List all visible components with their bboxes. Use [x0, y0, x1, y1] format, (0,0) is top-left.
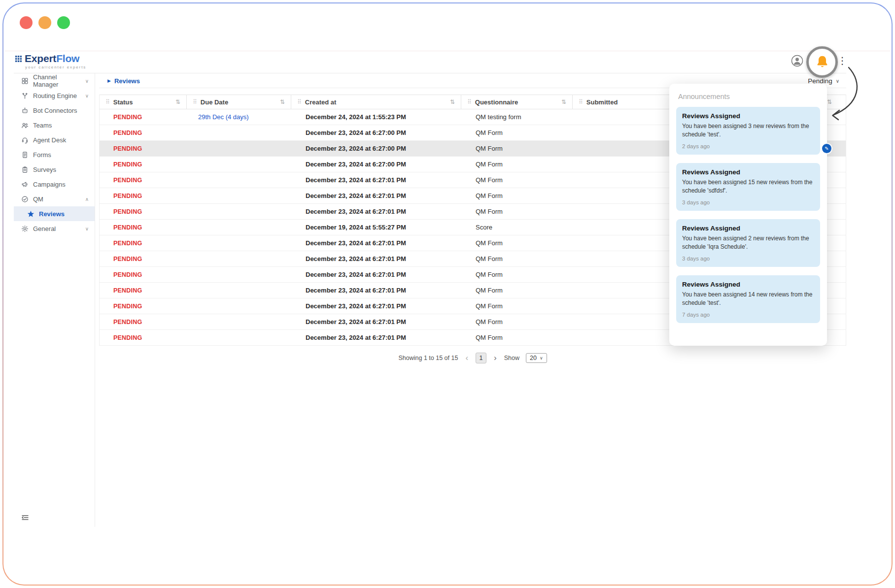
submitted-cell [572, 330, 681, 345]
column-header-submitted[interactable]: ⠿ Submitted ⇅ [572, 95, 681, 109]
sidebar-item-qm[interactable]: QM ∧ [14, 192, 95, 206]
show-label: Show [504, 355, 519, 361]
submitted-cell [572, 141, 681, 156]
document-icon [21, 151, 29, 159]
drag-handle-icon[interactable]: ⠿ [193, 98, 197, 105]
sort-icon[interactable]: ⇅ [175, 98, 180, 105]
prev-page-button[interactable]: ‹ [464, 353, 469, 363]
minimize-button[interactable] [38, 16, 51, 29]
due-date-link[interactable] [186, 267, 291, 282]
status-cell: PENDING [100, 251, 186, 266]
announcement-card[interactable]: Reviews Assigned You have been assigned … [676, 219, 820, 267]
created-at-cell: December 24, 2024 at 1:55:23 PM [291, 109, 461, 125]
sidebar: Channel Manager ∨ Routing Engine ∨ Bot C… [14, 73, 95, 527]
due-date-link[interactable] [186, 314, 291, 329]
announcements-title: Announcements [678, 93, 820, 100]
sidebar-item-routing-engine[interactable]: Routing Engine ∨ [14, 88, 95, 103]
sidebar-item-campaigns[interactable]: Campaigns [14, 177, 95, 192]
due-date-link[interactable] [186, 125, 291, 140]
created-at-cell: December 23, 2024 at 6:27:00 PM [291, 125, 461, 140]
app-logo: ExpertFlow your callcenter experts [15, 53, 86, 69]
column-header-status[interactable]: ⠿ Status ⇅ [100, 95, 186, 109]
column-header-questionnaire[interactable]: ⠿ Questionnaire ⇅ [461, 95, 572, 109]
drag-handle-icon[interactable]: ⠿ [297, 98, 302, 105]
due-date-link[interactable] [186, 204, 291, 219]
sidebar-item-reviews[interactable]: Reviews [14, 206, 95, 221]
status-cell: PENDING [100, 141, 186, 156]
questionnaire-cell: QM Form [461, 283, 572, 298]
breadcrumb[interactable]: ▶ Reviews [107, 77, 140, 85]
announcement-card[interactable]: Reviews Assigned You have been assigned … [676, 107, 820, 155]
star-icon [27, 210, 34, 218]
chevron-down-icon: ∨ [85, 93, 89, 98]
header-divider [14, 73, 846, 73]
column-header-created-at[interactable]: ⠿ Created at ⇅ [291, 95, 461, 109]
status-cell: PENDING [100, 298, 186, 314]
due-date-link[interactable]: 29th Dec (4 days) [186, 109, 291, 125]
drag-handle-icon[interactable]: ⠿ [105, 98, 110, 105]
status-cell: PENDING [100, 314, 186, 329]
questionnaire-cell: QM Form [461, 157, 572, 172]
gear-icon [21, 225, 29, 232]
sort-icon[interactable]: ⇅ [450, 98, 455, 105]
brand-wordmark: ExpertFlow [25, 53, 79, 65]
announcement-timestamp: 2 days ago [682, 143, 814, 149]
created-at-cell: December 23, 2024 at 6:27:00 PM [291, 141, 461, 156]
collapse-sidebar-icon[interactable] [21, 513, 30, 524]
row-action-badge[interactable]: ✎ [822, 144, 831, 153]
chevron-up-icon: ∧ [85, 196, 89, 202]
zoom-button[interactable] [57, 16, 70, 29]
due-date-link[interactable] [186, 188, 291, 203]
next-page-button[interactable]: › [493, 353, 498, 363]
due-date-link[interactable] [186, 330, 291, 345]
kebab-menu-button[interactable]: ⋮ [837, 55, 847, 66]
due-date-link[interactable] [186, 235, 291, 251]
sidebar-item-forms[interactable]: Forms [14, 147, 95, 162]
submitted-cell [572, 109, 681, 125]
sidebar-item-agent-desk[interactable]: Agent Desk [14, 132, 95, 147]
column-header-due-date[interactable]: ⠿ Due Date ⇅ [186, 95, 291, 109]
caret-right-icon: ▶ [107, 78, 111, 83]
page-number-button[interactable]: 1 [476, 353, 486, 363]
submitted-cell [572, 125, 681, 140]
sidebar-item-channel-manager[interactable]: Channel Manager ∨ [14, 73, 95, 88]
submitted-cell [572, 314, 681, 329]
due-date-link[interactable] [186, 283, 291, 298]
announcement-body: You have been assigned 3 new reviews fro… [682, 122, 814, 139]
sidebar-item-bot-connectors[interactable]: Bot Connectors [14, 103, 95, 118]
announcement-card[interactable]: Reviews Assigned You have been assigned … [676, 275, 820, 323]
created-at-cell: December 23, 2024 at 6:27:01 PM [291, 314, 461, 329]
created-at-cell: December 23, 2024 at 6:27:00 PM [291, 157, 461, 172]
logo-grid-icon [15, 55, 22, 63]
due-date-link[interactable] [186, 172, 291, 188]
due-date-link[interactable] [186, 298, 291, 314]
submitted-cell [572, 283, 681, 298]
due-date-link[interactable] [186, 141, 291, 156]
due-date-link[interactable] [186, 157, 291, 172]
status-cell: PENDING [100, 235, 186, 251]
questionnaire-cell: QM Form [461, 330, 572, 345]
grid-icon [21, 77, 29, 85]
questionnaire-cell: QM Form [461, 188, 572, 203]
submitted-cell [572, 204, 681, 219]
page-size-select[interactable]: 20 ∨ [526, 353, 547, 363]
user-avatar-button[interactable] [791, 55, 803, 67]
due-date-link[interactable] [186, 251, 291, 266]
sort-icon[interactable]: ⇅ [561, 98, 566, 105]
status-cell: PENDING [100, 172, 186, 188]
sidebar-item-surveys[interactable]: Surveys [14, 162, 95, 177]
drag-handle-icon[interactable]: ⠿ [579, 98, 583, 105]
drag-handle-icon[interactable]: ⠿ [467, 98, 472, 105]
agent-icon [21, 136, 29, 144]
status-cell: PENDING [100, 220, 186, 235]
notifications-bell-button[interactable] [816, 55, 829, 69]
close-button[interactable] [20, 16, 33, 29]
chevron-down-icon: ∨ [85, 78, 89, 84]
sidebar-item-teams[interactable]: Teams [14, 118, 95, 132]
due-date-link[interactable] [186, 220, 291, 235]
announcement-card[interactable]: Reviews Assigned You have been assigned … [676, 163, 820, 211]
sidebar-item-general[interactable]: General ∨ [14, 221, 95, 236]
created-at-cell: December 23, 2024 at 6:27:01 PM [291, 298, 461, 314]
sort-icon[interactable]: ⇅ [280, 98, 285, 105]
sort-icon[interactable]: ⇅ [827, 98, 832, 105]
